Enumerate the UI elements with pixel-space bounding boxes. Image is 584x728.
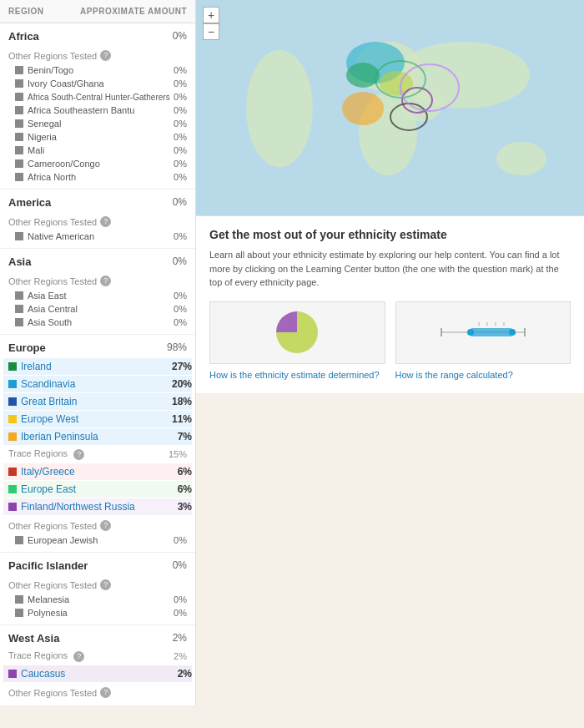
list-item: Ivory Coast/Ghana 0% [8,77,187,90]
west-asia-trace: Trace Regions ? 2% [0,648,195,665]
list-item: Cameroon/Congo 0% [8,157,187,170]
ethnicity-card-link[interactable]: How is the ethnicity estimate determined… [209,369,380,382]
ireland-row: Ireland 27% [3,358,192,375]
asia-title: Asia [8,255,31,268]
europe-east-link[interactable]: Europe East [21,483,76,495]
africa-group: Africa 0% Other Regions Tested ? Benin/T… [0,23,195,190]
africa-other-regions: Other Regions Tested ? [8,48,187,63]
amount-header: APPROXIMATE AMOUNT [80,7,187,16]
italy-greece-row: Italy/Greece 6% [3,463,192,480]
list-item: Nigeria 0% [8,130,187,144]
pacific-other-regions: Other Regions Tested ? [8,577,187,593]
list-item: Africa South-Central Hunter-Gatherers 0% [8,90,187,104]
ethnicity-card: How is the ethnicity estimate determined… [209,301,385,382]
info-title: Get the most out of your ethnicity estim… [209,228,571,241]
asia-group: Asia 0% Other Regions Tested ? Asia East… [0,249,195,335]
region-header: REGION [8,7,43,16]
svg-point-9 [342,92,384,125]
west-asia-other-regions: Other Regions Tested ? [8,685,187,700]
list-item: Benin/Togo 0% [8,63,187,77]
iberian-row: Iberian Peninsula 7% [3,428,192,445]
range-card: How is the range calculated? [395,301,571,382]
svg-point-21 [509,329,516,336]
zoom-out-button[interactable]: − [203,23,219,40]
ethnicity-chart-visual [209,301,385,364]
svg-point-6 [496,142,546,175]
europe-other-info-icon[interactable]: ? [100,520,111,531]
svg-rect-19 [471,328,512,336]
list-item: European Jewish 0% [8,533,187,550]
west-asia-group: West Asia 2% Trace Regions ? 2% Caucasus… [0,625,195,706]
caucasus-row: Caucasus 2% [3,665,192,682]
scandinavia-row: Scandinavia 20% [3,376,192,392]
italy-greece-link[interactable]: Italy/Greece [21,466,75,478]
west-asia-trace-info-icon[interactable]: ? [73,651,84,662]
range-card-link[interactable]: How is the range calculated? [395,369,513,382]
world-map [196,0,584,215]
america-other-regions: Other Regions Tested ? [8,214,187,230]
scandinavia-link[interactable]: Scandinavia [21,378,75,390]
asia-info-icon[interactable]: ? [100,276,111,286]
zoom-in-button[interactable]: + [203,7,219,23]
west-asia-other-info-icon[interactable]: ? [100,687,111,698]
list-item: Melanesia 0% [8,593,187,606]
info-cards: How is the ethnicity estimate determined… [209,301,571,382]
europe-west-row: Europe West 11% [3,411,192,427]
iberian-link[interactable]: Iberian Peninsula [21,431,98,442]
list-item: Africa North 0% [8,170,187,187]
svg-point-10 [380,71,413,96]
finland-russia-row: Finland/Northwest Russia 3% [3,498,192,515]
europe-east-row: Europe East 6% [3,481,192,498]
great-britain-row: Great Britain 18% [3,393,192,410]
asia-other-regions: Other Regions Tested ? [8,273,187,289]
europe-pct: 98% [167,341,187,354]
list-item: Africa Southeastern Bantu 0% [8,104,187,117]
america-group: America 0% Other Regions Tested ? Native… [0,190,195,249]
list-item: Mali 0% [8,144,187,157]
pacific-islander-pct: 0% [173,559,187,572]
list-item: Asia East 0% [8,289,187,302]
asia-pct: 0% [173,255,187,268]
right-panel: + − [196,0,584,706]
info-panel: Get the most out of your ethnicity estim… [196,215,584,393]
pacific-islander-group: Pacific Islander 0% Other Regions Tested… [0,553,195,625]
ireland-link[interactable]: Ireland [21,361,52,372]
america-info-icon[interactable]: ? [100,216,111,227]
europe-title: Europe [8,341,46,354]
list-item: Asia Central 0% [8,302,187,316]
africa-pct: 0% [173,30,187,43]
west-asia-title: West Asia [8,632,59,645]
europe-group: Europe 98% Ireland 27% Scandinavia 20% G… [0,335,195,553]
europe-other-regions: Other Regions Tested ? [8,518,187,533]
map-controls: + − [203,7,219,40]
pacific-islander-title: Pacific Islander [8,559,88,572]
svg-point-4 [246,50,313,167]
list-item: Polynesia 0% [8,606,187,623]
pacific-info-icon[interactable]: ? [100,579,111,590]
west-asia-pct: 2% [173,632,187,645]
table-header: REGION APPROXIMATE AMOUNT [0,0,195,23]
caucasus-link[interactable]: Caucasus [21,668,65,680]
finland-russia-link[interactable]: Finland/Northwest Russia [21,501,135,513]
info-text: Learn all about your ethnicity estimate … [209,248,571,290]
america-title: America [8,196,51,209]
svg-point-20 [467,329,474,336]
europe-trace-info-icon[interactable]: ? [73,449,84,460]
europe-trace: Trace Regions ? 15% [0,446,195,463]
africa-title: Africa [8,30,39,43]
range-chart-visual [395,301,571,364]
great-britain-link[interactable]: Great Britain [21,396,77,407]
list-item: Asia South 0% [8,316,187,332]
list-item: Senegal 0% [8,117,187,130]
list-item: Native American 0% [8,230,187,246]
svg-point-8 [346,63,380,88]
europe-west-link[interactable]: Europe West [21,413,78,425]
map-container: + − [196,0,584,215]
america-pct: 0% [173,196,187,209]
africa-info-icon[interactable]: ? [100,50,111,61]
left-panel: REGION APPROXIMATE AMOUNT Africa 0% Othe… [0,0,196,706]
